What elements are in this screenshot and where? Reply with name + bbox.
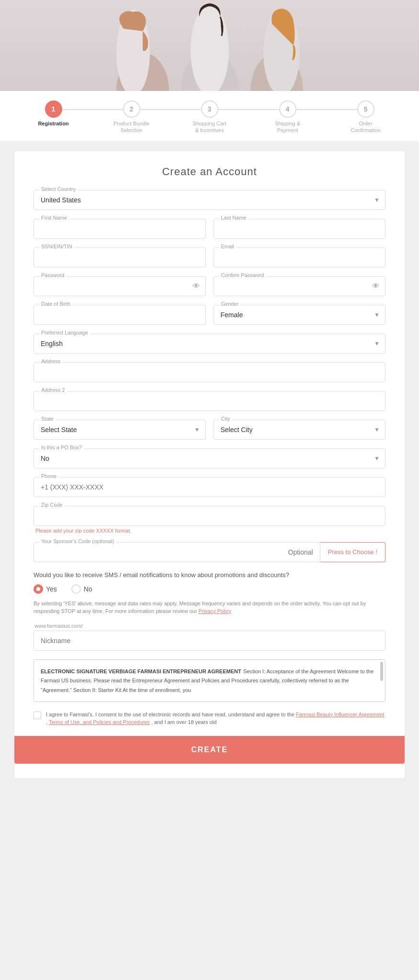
- phone-group: Phone: [34, 477, 385, 497]
- country-label: Select Country: [39, 186, 78, 192]
- pobox-select[interactable]: No Yes: [34, 448, 385, 468]
- password-group: Password 👁: [34, 276, 206, 296]
- first-name-label: First Name: [39, 215, 69, 221]
- address-label: Address: [39, 358, 62, 364]
- step-order-confirmation[interactable]: 5 OrderConfirmation: [327, 100, 405, 134]
- address2-input[interactable]: [34, 391, 385, 411]
- state-select[interactable]: Select State: [34, 420, 206, 440]
- step-label-4: Shipping &Payment: [275, 120, 300, 134]
- address2-label: Address 2: [39, 387, 67, 393]
- state-select-wrapper: Select State ▼: [34, 420, 206, 440]
- phone-input[interactable]: [34, 477, 385, 497]
- address2-group: Address 2: [34, 391, 385, 411]
- gender-select-wrapper: Female Male Other ▼: [214, 305, 386, 325]
- agreement-scrollbar[interactable]: [380, 662, 383, 681]
- last-name-group: Last Name: [214, 219, 386, 239]
- nickname-url: www.farmasius.com/: [34, 623, 385, 629]
- phone-label: Phone: [39, 473, 58, 479]
- ssn-group: SSN/EIN/TIN: [34, 247, 206, 267]
- consent-link-agreement[interactable]: Farmasi Beauty Influencer Agreement: [296, 712, 385, 717]
- radio-yes-label: Yes: [46, 585, 57, 593]
- hero-figure-right: [246, 7, 308, 91]
- radio-yes-circle: [34, 584, 43, 594]
- confirm-password-input[interactable]: [214, 276, 386, 296]
- consent-text: I agree to Farmasi's. I consent to the u…: [46, 711, 385, 726]
- sponsor-choose-button[interactable]: Press to Choose !: [320, 542, 385, 562]
- email-label: Email: [219, 244, 237, 249]
- step-circle-3: 3: [201, 100, 218, 118]
- email-group: Email: [214, 247, 386, 267]
- sponsor-input[interactable]: [34, 542, 320, 562]
- agreement-box[interactable]: ELECTRONIC SIGNATURE VERBIAGE FARMASI EN…: [34, 659, 385, 702]
- first-name-input[interactable]: [34, 219, 206, 239]
- registration-form: Create an Account Select Country United …: [14, 151, 405, 778]
- country-field-group: Select Country United States Canada Mexi…: [34, 190, 385, 210]
- nickname-section: www.farmasius.com/: [34, 623, 385, 651]
- language-select[interactable]: English Spanish French: [34, 334, 385, 354]
- pobox-select-wrapper: No Yes ▼: [34, 448, 385, 468]
- password-row: Password 👁 Confirm Password 👁: [34, 276, 385, 305]
- state-group: State Select State ▼: [34, 420, 206, 440]
- address-group: Address: [34, 362, 385, 382]
- zip-input[interactable]: [34, 506, 385, 526]
- agreement-title: ELECTRONIC SIGNATURE VERBIAGE FARMASI EN…: [41, 668, 241, 674]
- step-circle-4: 4: [279, 100, 296, 118]
- password-label: Password: [39, 272, 66, 278]
- consent-text-end: , and I am over 18 years old: [151, 719, 216, 725]
- city-group: City Select City ▼: [214, 420, 386, 440]
- name-row: First Name Last Name: [34, 219, 385, 247]
- password-toggle-icon[interactable]: 👁: [193, 282, 200, 290]
- stepper: 1 Registration 2 Product BundleSelection…: [0, 91, 419, 142]
- gender-select[interactable]: Female Male Other: [214, 305, 386, 325]
- email-input[interactable]: [214, 247, 386, 267]
- ssn-email-row: SSN/EIN/TIN Email: [34, 247, 385, 276]
- radio-no[interactable]: No: [71, 584, 92, 594]
- ssn-input[interactable]: [34, 247, 206, 267]
- consent-checkbox[interactable]: [34, 712, 41, 719]
- sms-disclaimer: By selecting 'YES' above, message and da…: [34, 600, 385, 615]
- city-select[interactable]: Select City: [214, 420, 386, 440]
- step-product-bundle[interactable]: 2 Product BundleSelection: [92, 100, 170, 134]
- consent-text-before: I agree to Farmasi's. I consent to the u…: [46, 712, 296, 717]
- last-name-input[interactable]: [214, 219, 386, 239]
- gender-group: Gender Female Male Other ▼: [214, 305, 386, 325]
- create-button[interactable]: CREATE: [14, 736, 405, 764]
- svg-point-5: [191, 5, 229, 91]
- pobox-group: Is this a PO Box? No Yes ▼: [34, 448, 385, 468]
- step-label-2: Product BundleSelection: [113, 120, 149, 134]
- zip-hint: Please add your zip code XXXXX format.: [34, 528, 385, 534]
- dob-gender-row: Date of Birth Gender Female Male Other ▼: [34, 305, 385, 334]
- sms-section: Would you like to receive SMS / email no…: [34, 571, 385, 615]
- gender-label: Gender: [219, 301, 241, 307]
- sms-label: Would you like to receive SMS / email no…: [34, 571, 385, 579]
- confirm-password-toggle-icon[interactable]: 👁: [372, 282, 380, 290]
- zip-label: Zip Code: [39, 502, 65, 508]
- dob-label: Date of Birth: [39, 301, 72, 307]
- step-circle-5: 5: [357, 100, 374, 118]
- city-label: City: [219, 416, 232, 422]
- password-wrapper: 👁: [34, 276, 206, 296]
- language-label: Preferred Language: [39, 330, 90, 335]
- pobox-label: Is this a PO Box?: [39, 445, 84, 450]
- step-label-5: OrderConfirmation: [351, 120, 380, 134]
- country-select[interactable]: United States Canada Mexico: [34, 190, 385, 210]
- radio-no-circle: [71, 584, 81, 594]
- state-city-row: State Select State ▼ City Select City ▼: [34, 420, 385, 440]
- dob-input[interactable]: [34, 305, 206, 325]
- step-label-3: Shopping Cart& Incentives: [193, 120, 226, 134]
- consent-link-terms[interactable]: Terms of Use, and Policies and Procedure…: [49, 719, 150, 725]
- step-registration[interactable]: 1 Registration: [14, 100, 92, 127]
- step-shopping-cart[interactable]: 3 Shopping Cart& Incentives: [170, 100, 249, 134]
- address-input[interactable]: [34, 362, 385, 382]
- step-shipping-payment[interactable]: 4 Shipping &Payment: [249, 100, 327, 134]
- password-input[interactable]: [34, 276, 206, 296]
- sponsor-row: Press to Choose !: [34, 542, 385, 562]
- nickname-input[interactable]: [34, 631, 385, 651]
- state-label: State: [39, 416, 56, 422]
- privacy-policy-link[interactable]: Privacy Policy: [198, 608, 231, 614]
- confirm-password-label: Confirm Password: [219, 272, 266, 278]
- radio-no-label: No: [84, 585, 92, 593]
- confirm-password-group: Confirm Password 👁: [214, 276, 386, 296]
- hero-figures: [112, 2, 308, 91]
- radio-yes[interactable]: Yes: [34, 584, 57, 594]
